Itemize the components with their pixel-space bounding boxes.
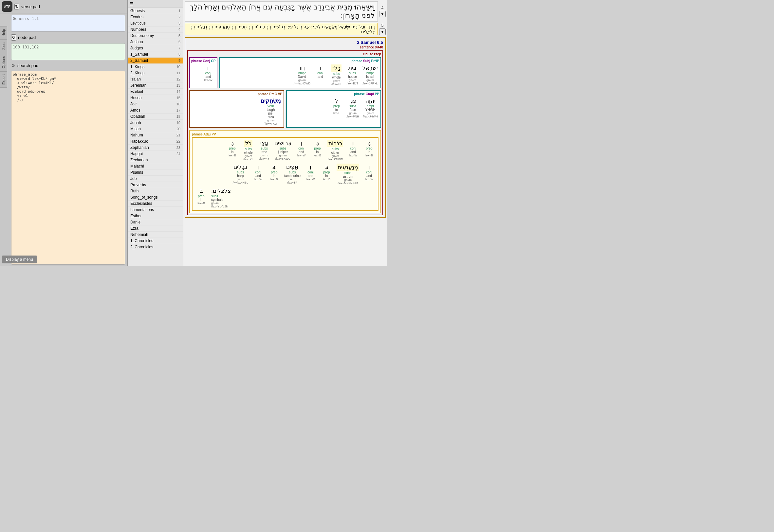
verse-pad-input[interactable] <box>11 15 125 32</box>
display-menu-button[interactable]: Display a menu <box>2 256 37 263</box>
row5-nav-button[interactable]: ▼ <box>379 28 386 35</box>
jobs-tab[interactable]: Jobs <box>0 40 7 53</box>
book-item-psalms[interactable]: Psalms <box>128 169 183 176</box>
verse-bar: וַיִּשָּׂאֵהוּ מִבֵּית אֲבִינָדָב אֲשֶׁר… <box>185 1 386 22</box>
word-prep-b5: בְּ prep in lex=B <box>267 163 281 186</box>
word-cymbals: צֶלְצֱלִים׃ subs cymbals gn=m lex=YLYLJM… <box>210 187 232 209</box>
row5-bar: וְ דָוִד וְכָל־בֵּית יִשְׂרָאֵל מְשַׂחֲק… <box>185 23 386 35</box>
phrase-conj-cp: phrase Conj CP וְ conj and lex=W <box>189 57 217 88</box>
book-item-leviticus[interactable]: Leviticus3 <box>128 20 183 27</box>
adju-box: phrase Adju PP בְּ prep in lex=B וְ conj <box>189 130 381 213</box>
book-item-micah[interactable]: Micah20 <box>128 126 183 132</box>
clause-label: clause Ptcp <box>189 52 381 56</box>
node-pad-header: ↻ node pad <box>9 33 127 42</box>
book-item-joel[interactable]: Joel16 <box>128 101 183 107</box>
book-item-proverbs[interactable]: Proverbs <box>128 182 183 188</box>
book-item-nahum[interactable]: Nahum21 <box>128 132 183 138</box>
book-item-job[interactable]: Job <box>128 176 183 182</box>
clause-container: clause Ptcp phrase Subj PrNP יִשְׂרָאֵל … <box>187 50 383 215</box>
book-item-numbers[interactable]: Numbers4 <box>128 27 183 33</box>
book-item-zephaniah[interactable]: Zephaniah23 <box>128 145 183 151</box>
side-tabs: Help Jobs Options Export <box>0 26 7 88</box>
phrase-cmpl-words: יְהוָה nmpr YHWH gn=m lex=JHWH/ פְּנֵי s… <box>288 97 379 119</box>
book-item-2_chronicles[interactable]: 2_Chronicles <box>128 244 183 250</box>
mid-phrase-row: phrase Cmpl PP יְהוָה nmpr YHWH gn=m lex… <box>189 90 381 128</box>
book-item-jeremiah[interactable]: Jeremiah13 <box>128 82 183 89</box>
row5-nav: 5 ▼ <box>379 23 386 35</box>
search-pad-input[interactable]: phrase_atom q:word lex=KL/ gn* < w1:word… <box>11 71 125 265</box>
phrase-cmpl-label: phrase Cmpl PP <box>288 92 379 96</box>
pads-container: ↻ node pad 100,101,102 ⚙ search pad phra… <box>9 13 127 266</box>
verse-num: 4 <box>381 6 384 10</box>
refresh-verse-button[interactable]: ↻ <box>14 4 19 10</box>
adju-row3: צֶלְצֱלִים׃ subs cymbals gn=m lex=YLYLJM… <box>194 187 376 209</box>
book-item-2_kings[interactable]: 2_Kings11 <box>128 70 183 76</box>
book-item-ecclesiastes[interactable]: Ecclesiastes <box>128 201 183 207</box>
book-item-2_samuel[interactable]: 2_Samuel9 <box>128 58 183 64</box>
book-item-song_of_songs[interactable]: Song_of_songs <box>128 194 183 201</box>
book-item-ruth[interactable]: Ruth <box>128 188 183 194</box>
word-harp: נְבָלִים subs harp gn=m lex=NBL==/ <box>231 163 249 186</box>
word-conj-w5: וְ conj and lex=W <box>251 163 265 186</box>
phrase-conj-label: phrase Conj CP <box>191 59 215 63</box>
book-item-haggai[interactable]: Haggai24 <box>128 151 183 157</box>
book-item-ezekiel[interactable]: Ezekiel14 <box>128 89 183 95</box>
book-item-lamentations[interactable]: Lamentations <box>128 207 183 213</box>
word-conj-w3: וְ conj and lex=W <box>362 163 376 186</box>
sentence-box: 2 Samuel 6:5 sentence 9l448 clause Ptcp … <box>185 37 386 218</box>
book-item-habakkuk[interactable]: Habakkuk22 <box>128 138 183 145</box>
word-tree: עֲצֵי subs tree gn=m lex=<Y/ <box>257 139 272 162</box>
book-item-joshua[interactable]: Joshua6 <box>128 39 183 45</box>
word-conj-w4: וְ conj and lex=W <box>303 163 318 186</box>
node-pad-input[interactable]: 100,101,102 <box>11 43 125 60</box>
book-item-nehemiah[interactable]: Nehemiah <box>128 232 183 238</box>
row5-text: וְ דָוִד וְכָל־בֵּית יִשְׂרָאֵל מְשַׂחֲק… <box>185 23 378 35</box>
word-prep-l: לְ prep to lex=L <box>329 97 344 119</box>
options-tab[interactable]: Options <box>0 53 7 71</box>
book-item-ezra[interactable]: Ezra <box>128 225 183 232</box>
adju-label: phrase Adju PP <box>192 133 378 136</box>
search-pad-header: ⚙ search pad <box>9 62 127 69</box>
book-item-daniel[interactable]: Daniel <box>128 219 183 225</box>
book-panel-header: ☰ <box>128 0 183 8</box>
word-prep-b2: בְּ prep in lex=B <box>310 139 325 162</box>
phrase-subj-words: יִשְׂרָאֵל nmpr Israel gn=m lex=JFR>L/ ב… <box>221 64 379 86</box>
word-conj-w1: וְ conj and lex=W <box>346 139 360 162</box>
refresh-node-button[interactable]: ↻ <box>11 34 16 41</box>
book-item-deuteronomy[interactable]: Deuteronomy5 <box>128 33 183 39</box>
book-item-genesis[interactable]: Genesis1 <box>128 8 183 14</box>
word-whole1: כָל־ subs whole gn=m lex=KL/ <box>329 64 344 86</box>
book-item-amos[interactable]: Amos17 <box>128 107 183 114</box>
word-tambourine: תֻּפִּים subs tambourine gn=m lex=TP/ <box>283 163 302 186</box>
word-juniper: בְּרוֹשִׁים subs juniper gn=m lex=BRWC/ <box>273 139 293 162</box>
samuel-ref: 2 Samuel 6:5 <box>357 40 383 45</box>
help-tab[interactable]: Help <box>0 26 7 40</box>
phrase-prec-words: מְשַׂחֲקִים verb laugh piel ptca gn=m le… <box>191 97 282 126</box>
app-logo: #TF <box>2 1 12 12</box>
book-item-zechariah[interactable]: Zechariah <box>128 157 183 163</box>
book-item-1_chronicles[interactable]: 1_Chronicles <box>128 238 183 244</box>
book-item-isaiah[interactable]: Isaiah12 <box>128 76 183 82</box>
export-tab[interactable]: Export <box>0 71 7 88</box>
phrase-subj-label: phrase Subj PrNP <box>221 59 379 63</box>
book-item-esther[interactable]: Esther <box>128 213 183 219</box>
ref-bar: 2 Samuel 6:5 <box>187 40 383 45</box>
verse-nav-button[interactable]: ▼ <box>379 11 386 17</box>
book-item-1_kings[interactable]: 1_Kings10 <box>128 64 183 70</box>
verse-pad-section <box>9 13 127 33</box>
book-item-obadiah[interactable]: Obadiah18 <box>128 114 183 120</box>
book-item-jonah[interactable]: Jonah19 <box>128 120 183 126</box>
book-item-exodus[interactable]: Exodus2 <box>128 14 183 20</box>
main-panel: וַיִּשָּׂאֵהוּ מִבֵּית אֲבִינָדָב אֲשֶׁר… <box>183 0 387 266</box>
left-panel: #TF ↻ verse pad Help Jobs Options Export… <box>0 0 128 266</box>
node-pad-section: 100,101,102 <box>9 42 127 62</box>
phrase-prec-vp: phrase PreC VP מְשַׂחֲקִים verb laugh pi… <box>189 90 284 128</box>
word-conj-cp: וְ conj and lex=W <box>201 64 215 82</box>
book-item-1_samuel[interactable]: 1_Samuel8 <box>128 51 183 58</box>
verse-pad-title: verse pad <box>21 4 40 9</box>
search-pad-section: phrase_atom q:word lex=KL/ gn* < w1:word… <box>9 69 127 266</box>
top-bar: #TF ↻ verse pad <box>0 0 127 13</box>
book-item-malachi[interactable]: Malachi <box>128 163 183 169</box>
book-item-hosea[interactable]: Hosea15 <box>128 95 183 101</box>
book-item-judges[interactable]: Judges7 <box>128 45 183 51</box>
